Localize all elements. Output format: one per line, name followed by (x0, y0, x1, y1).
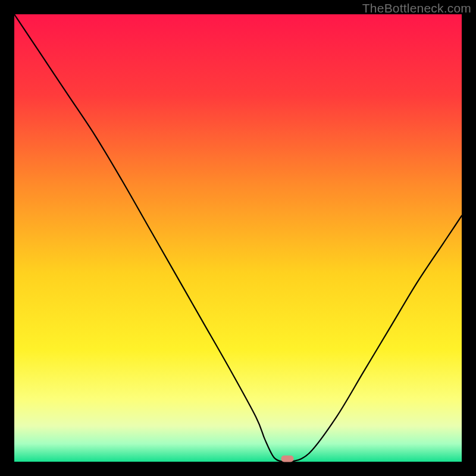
bottleneck-chart (14, 14, 462, 462)
watermark-text: TheBottleneck.com (362, 1, 471, 15)
chart-frame: { "watermark": "TheBottleneck.com", "cha… (0, 0, 476, 476)
chart-background-gradient (14, 14, 462, 462)
bottleneck-marker (281, 456, 293, 462)
